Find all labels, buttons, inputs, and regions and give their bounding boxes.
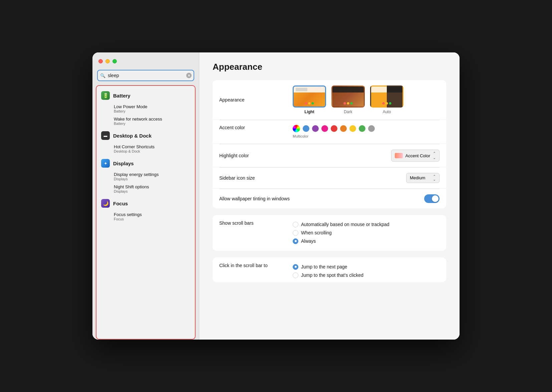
display-energy-parent: Displays [114, 177, 190, 181]
swatch-multicolor[interactable] [293, 125, 300, 132]
result-group-battery: 🔋 Battery Low Power Mode Battery Wake fo… [96, 88, 195, 127]
appearance-label: Appearance [219, 97, 293, 103]
dot-green [350, 102, 353, 105]
scroll-bar-scrolling-option[interactable]: When scrolling [293, 230, 389, 236]
scroll-bar-always-label: Always [301, 238, 316, 244]
low-power-mode-parent: Battery [114, 109, 190, 113]
scroll-bar-always-radio[interactable] [293, 238, 298, 244]
sidebar-item-displays[interactable]: ✦ Displays [96, 156, 195, 170]
appearance-thumb-auto[interactable] [370, 85, 403, 108]
sidebar-icon-size-control: Medium ⌃⌄ [293, 173, 440, 183]
sidebar-item-night-shift[interactable]: Night Shift options Displays [96, 183, 195, 195]
swatch-blue[interactable] [303, 125, 309, 132]
sidebar-icon-size-row: Sidebar icon size Medium ⌃⌄ [213, 168, 446, 189]
click-scroll-jump-spot-radio[interactable] [293, 272, 298, 278]
swatch-purple[interactable] [312, 125, 319, 132]
click-scroll-jump-page-radio[interactable] [293, 264, 298, 270]
dot-red [305, 102, 307, 105]
appearance-options: Light Dark [293, 85, 403, 114]
scroll-bar-auto-radio[interactable] [293, 222, 298, 227]
sidebar-item-display-energy[interactable]: Display energy settings Displays [96, 170, 195, 183]
sidebar-icon-size-select[interactable]: Medium ⌃⌄ [406, 173, 440, 183]
show-scroll-bars-label: Show scroll bars [219, 220, 293, 226]
displays-icon: ✦ [101, 159, 110, 168]
dark-thumb-dots [344, 102, 353, 105]
scroll-bar-scrolling-label: When scrolling [301, 230, 332, 235]
appearance-thumb-light[interactable] [293, 85, 326, 108]
scroll-bars-section: Show scroll bars Automatically based on … [213, 215, 446, 251]
highlight-color-preview [395, 153, 403, 158]
search-input[interactable]: sleep [97, 70, 194, 81]
desktop-dock-icon: ▬ [101, 131, 110, 140]
hot-corner-title: Hot Corner Shortcuts [114, 144, 190, 149]
appearance-thumb-dark[interactable] [331, 85, 365, 108]
focus-label: Focus [113, 201, 128, 206]
sidebar-item-low-power-mode[interactable]: Low Power Mode Battery [96, 103, 195, 115]
click-scroll-bar-label: Click in the scroll bar to [219, 263, 293, 268]
sidebar-icon-size-label: Sidebar icon size [219, 175, 293, 181]
swatch-yellow[interactable] [349, 125, 356, 132]
appearance-name-auto: Auto [383, 110, 391, 114]
night-shift-title: Night Shift options [114, 184, 190, 189]
sidebar: 🔍 sleep ✕ 🔋 Battery Low Power Mode Batte… [92, 52, 199, 340]
highlight-color-select[interactable]: Accent Color ⌃⌄ [391, 150, 440, 162]
highlight-color-row: Highlight color Accent Color ⌃⌄ [213, 144, 446, 167]
wallpaper-tinting-label: Allow wallpaper tinting in windows [219, 196, 293, 201]
appearance-section: Appearance Light [213, 80, 446, 208]
battery-label: Battery [113, 93, 130, 99]
swatch-graphite[interactable] [368, 125, 375, 132]
highlight-color-chevron: ⌃⌄ [433, 151, 436, 160]
swatch-pink[interactable] [321, 125, 328, 132]
light-thumb-dots [305, 102, 314, 105]
search-outer: 🔍 sleep ✕ [92, 70, 199, 85]
scroll-bars-radio-group: Automatically based on mouse or trackpad… [293, 220, 389, 245]
battery-icon: 🔋 [101, 91, 110, 100]
sidebar-item-focus-settings[interactable]: Focus settings Focus [96, 210, 195, 223]
scroll-bar-scrolling-radio[interactable] [293, 230, 298, 236]
sidebar-item-hot-corner[interactable]: Hot Corner Shortcuts Desktop & Dock [96, 143, 195, 155]
display-energy-title: Display energy settings [114, 172, 190, 177]
dot-green [389, 102, 391, 105]
scroll-bars-control: Automatically based on mouse or trackpad… [293, 220, 440, 245]
swatch-green[interactable] [359, 125, 365, 132]
search-clear-button[interactable]: ✕ [186, 73, 192, 78]
fullscreen-button[interactable] [112, 59, 117, 63]
result-group-desktop-dock: ▬ Desktop & Dock Hot Corner Shortcuts De… [96, 129, 195, 155]
low-power-mode-title: Low Power Mode [114, 104, 190, 109]
close-button[interactable] [98, 59, 103, 63]
scroll-bar-auto-option[interactable]: Automatically based on mouse or trackpad [293, 222, 389, 227]
titlebar [92, 52, 199, 70]
appearance-option-auto[interactable]: Auto [370, 85, 403, 114]
scroll-bar-always-option[interactable]: Always [293, 238, 389, 244]
click-scroll-bar-control: Jump to the next page Jump to the spot t… [293, 263, 440, 279]
appearance-control: Light Dark [293, 85, 440, 114]
appearance-option-dark[interactable]: Dark [331, 85, 365, 114]
sidebar-item-focus[interactable]: 🌙 Focus [96, 196, 195, 210]
click-scroll-bar-radio-group: Jump to the next page Jump to the spot t… [293, 263, 363, 279]
appearance-row: Appearance Light [213, 80, 446, 120]
wallpaper-tinting-toggle[interactable] [424, 194, 440, 203]
sidebar-item-desktop-dock[interactable]: ▬ Desktop & Dock [96, 129, 195, 143]
highlight-color-label: Highlight color [219, 153, 293, 158]
result-group-focus: 🌙 Focus Focus settings Focus [96, 196, 195, 223]
accent-color-selected-label: Multicolor [293, 134, 375, 138]
swatch-red[interactable] [331, 125, 337, 132]
appearance-option-light[interactable]: Light [293, 85, 326, 114]
sidebar-item-wake-network[interactable]: Wake for network access Battery [96, 115, 195, 127]
result-group-displays: ✦ Displays Display energy settings Displ… [96, 156, 195, 195]
search-bar-container: 🔍 sleep ✕ [97, 70, 194, 81]
sidebar-item-battery[interactable]: 🔋 Battery [96, 88, 195, 103]
dot-yellow [308, 102, 311, 105]
swatch-orange[interactable] [340, 125, 347, 132]
minimize-button[interactable] [105, 59, 110, 63]
appearance-name-dark: Dark [344, 110, 352, 114]
accent-color-label: Accent color [219, 125, 293, 130]
accent-color-row: Accent color [213, 120, 446, 144]
night-shift-parent: Displays [114, 189, 190, 193]
wake-network-title: Wake for network access [114, 117, 190, 122]
click-scroll-jump-spot-option[interactable]: Jump to the spot that's clicked [293, 272, 363, 278]
wallpaper-tinting-control [293, 194, 440, 203]
click-scroll-jump-page-option[interactable]: Jump to the next page [293, 264, 363, 270]
sidebar-icon-size-value: Medium [410, 175, 425, 180]
dot-green [312, 102, 314, 105]
